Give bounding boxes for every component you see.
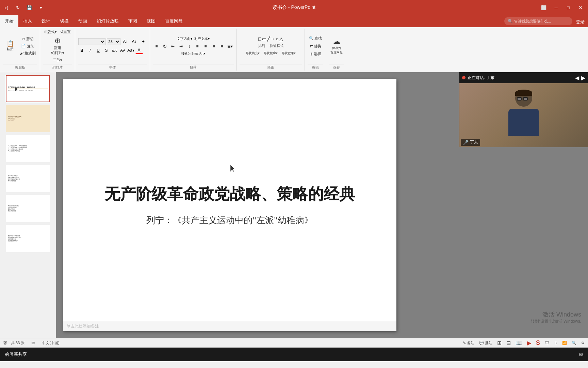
cut-button[interactable]: ✂ 剪切 xyxy=(18,36,37,42)
tab-slideshow[interactable]: 幻灯片放映 xyxy=(92,15,124,27)
tab-insert[interactable]: 插入 xyxy=(18,15,37,27)
language-indicator[interactable]: 中文(中国) xyxy=(42,340,59,346)
view-icon[interactable]: 👁 xyxy=(31,341,35,345)
slide-thumb-3[interactable]: 一、什么是策略，策略的重要性二、无产阶级政党的战略和策略三、列宁批判的主要错误四… xyxy=(6,135,50,162)
tab-review[interactable]: 审阅 xyxy=(124,15,142,27)
notes-button[interactable]: ✎ 备注 xyxy=(463,340,474,346)
justify-button[interactable]: ≡ xyxy=(218,43,226,50)
increase-font-button[interactable]: A↑ xyxy=(122,38,129,45)
font-case-button[interactable]: Aa▾ xyxy=(127,47,135,54)
clear-format-button[interactable]: ✦ xyxy=(140,38,147,45)
underline-button[interactable]: U xyxy=(95,47,102,54)
quick-style-button[interactable]: 快速样式 xyxy=(268,43,285,49)
replace-icon: ⇄ xyxy=(310,44,313,48)
close-button[interactable]: ✕ xyxy=(576,3,585,12)
tab-transition[interactable]: 切换 xyxy=(55,15,74,27)
slide-thumb-5[interactable]: 政党组织的灵活性与原则性的统一妥协的艺术联合战线问题 xyxy=(6,195,50,222)
video-person xyxy=(459,83,588,147)
input-method-icon[interactable]: 中 xyxy=(545,340,550,346)
ribbon-search[interactable]: 🔍 告诉我您想要做什么... xyxy=(504,17,572,25)
slide-3-content: 一、什么是策略，策略的重要性二、无产阶级政党的战略和策略三、列宁批判的主要错误四… xyxy=(6,144,49,153)
italic-button[interactable]: I xyxy=(86,47,94,54)
strikethrough-button[interactable]: S xyxy=(103,47,110,54)
settings-icon[interactable]: ⚙ xyxy=(581,341,585,345)
columns-button[interactable]: ⊞▾ xyxy=(226,43,234,50)
tab-design[interactable]: 设计 xyxy=(37,15,55,27)
font-name-select[interactable] xyxy=(78,38,105,45)
slide-notes[interactable]: 单击此处添加备注 xyxy=(63,321,396,331)
customize-button[interactable]: ▾ xyxy=(36,3,46,12)
select-button[interactable]: ⊹ 选择 xyxy=(309,51,323,57)
replace-button[interactable]: ⇄ 替换 xyxy=(309,43,323,49)
bold-button[interactable]: B xyxy=(78,47,86,54)
shape-oval[interactable]: ○ xyxy=(276,36,279,42)
slide-thumb-6[interactable]: 参加议会斗争的问题利用反动机构的可能性反对教条主义"左派"的根本错误 xyxy=(6,225,50,252)
slide-canvas[interactable]: 无产阶级革命政党战略、策略的经典 列宁：《共产主义运动中的"左派"幼稚病》 单击… xyxy=(63,79,396,331)
video-nav-prev[interactable]: ◀ xyxy=(575,75,579,81)
arrange-button[interactable]: 排列 xyxy=(257,43,267,49)
shape-triangle[interactable]: △ xyxy=(279,36,283,42)
reset-button[interactable]: ↺ 重置 xyxy=(59,29,72,35)
slide-sorter-button[interactable]: ⊟ xyxy=(506,340,511,346)
back-button[interactable]: ◁ xyxy=(1,3,11,12)
save-to-baidu-button[interactable]: ☁ 保存到百度网盘 xyxy=(329,36,344,56)
bullets-button[interactable]: ≡ xyxy=(153,43,160,50)
copy-button[interactable]: 📄 复制 xyxy=(18,43,37,49)
reading-view-button[interactable]: 📖 xyxy=(516,340,522,346)
slide-2-title: 无产阶级革命政党战略 xyxy=(8,116,48,118)
section-button[interactable]: ☰ 节▾ xyxy=(52,57,64,63)
numbering-button[interactable]: ① xyxy=(161,43,168,50)
video-nav-next[interactable]: ▶ xyxy=(581,75,585,81)
slide-subtitle: 列宁：《共产主义运动中的"左派"幼稚病》 xyxy=(146,214,313,226)
shape-rect[interactable]: □ xyxy=(258,36,261,42)
decrease-indent-button[interactable]: ⇤ xyxy=(169,43,177,50)
tab-animation[interactable]: 动画 xyxy=(74,15,92,27)
increase-indent-button[interactable]: ⇥ xyxy=(177,43,185,50)
redo-button[interactable]: ↻ xyxy=(13,3,22,12)
save-quick-button[interactable]: 💾 xyxy=(24,3,34,12)
minimize-button[interactable]: ─ xyxy=(551,3,561,12)
align-center-button[interactable]: ≡ xyxy=(202,43,209,50)
shape-fill-button[interactable]: 形状填充▾ xyxy=(244,50,261,56)
slide-3-body: 一、什么是策略，策略的重要性二、无产阶级政党的战略和策略三、列宁批判的主要错误四… xyxy=(8,145,48,152)
person-head xyxy=(515,90,532,107)
paste-button[interactable]: 📋 粘贴 xyxy=(3,40,18,52)
tab-home[interactable]: 开始 xyxy=(0,15,18,27)
slideshow-button[interactable]: ▶ xyxy=(527,340,531,346)
normal-view-button[interactable]: ⊞ xyxy=(497,340,502,346)
font-size-select[interactable]: 28 xyxy=(107,38,120,45)
slide-count: 张，共 33 张 xyxy=(3,340,24,346)
ribbon-display-button[interactable]: ⬜ xyxy=(539,3,549,12)
font-color-button[interactable]: A xyxy=(135,47,143,54)
align-left-button[interactable]: ≡ xyxy=(194,43,201,50)
maximize-button[interactable]: □ xyxy=(564,3,573,12)
shadow-button[interactable]: abc xyxy=(111,47,118,54)
decrease-font-button[interactable]: A↓ xyxy=(131,38,138,45)
slide-thumb-2[interactable]: 无产阶级革命政党战略 策略的经典 "左派"幼稚病 xyxy=(6,105,50,132)
slide-thumb-4[interactable]: 第一章 基本概念战略与策略的区别无产阶级的历史使命革命的长期性 xyxy=(6,165,50,192)
shape-roundrect[interactable]: ▭ xyxy=(262,36,266,42)
find-button[interactable]: 🔍 查找 xyxy=(308,35,323,42)
zoom-icon: 🔍 xyxy=(572,341,576,345)
video-overlay: 正在讲话: 丁东; ◀ ▶ xyxy=(459,72,588,147)
canvas-area: 无产阶级革命政党战略、策略的经典 列宁：《共产主义运动中的"左派"幼稚病》 单击… xyxy=(56,72,588,338)
shape-line[interactable]: ╱ xyxy=(267,36,270,42)
align-right-button[interactable]: ≡ xyxy=(210,43,217,50)
shape-effect-button[interactable]: 形状效果▾ xyxy=(280,50,297,56)
shape-outline-button[interactable]: 形状轮廓▾ xyxy=(262,50,279,56)
line-spacing-button[interactable]: ↕ xyxy=(185,43,193,50)
tab-view[interactable]: 视图 xyxy=(142,15,160,27)
format-painter-button[interactable]: 🖌 格式刷 xyxy=(18,50,37,57)
layout-button[interactable]: ⊞ 版式▾ xyxy=(43,29,58,35)
new-slide-button[interactable]: ⊕ 新建幻灯片▾ xyxy=(50,36,66,56)
comments-button[interactable]: 💬 批注 xyxy=(479,340,492,346)
char-spacing-button[interactable]: AV xyxy=(119,47,127,54)
paragraph-buttons: 文字方向▾ 对齐文本▾ ≡ ① ⇤ ⇥ ↕ ≡ ≡ ≡ ≡ ⊞▾ 转换为 Sma… xyxy=(153,29,234,63)
login-button[interactable]: 登录 xyxy=(576,19,585,25)
slide-main-title: 无产阶级革命政党战略、策略的经典 xyxy=(104,184,355,204)
app-title: 读书会 - PowerPoint xyxy=(273,4,315,11)
tab-baiduyun[interactable]: 百度网盘 xyxy=(160,15,187,27)
slide-thumb-1[interactable]: 无产阶级革命政党战略、策略的经典 列宁：《共产主义运动中的"左派"幼稚病》 xyxy=(6,75,50,102)
shape-arrow[interactable]: → xyxy=(271,36,275,42)
find-icon: 🔍 xyxy=(309,36,314,41)
